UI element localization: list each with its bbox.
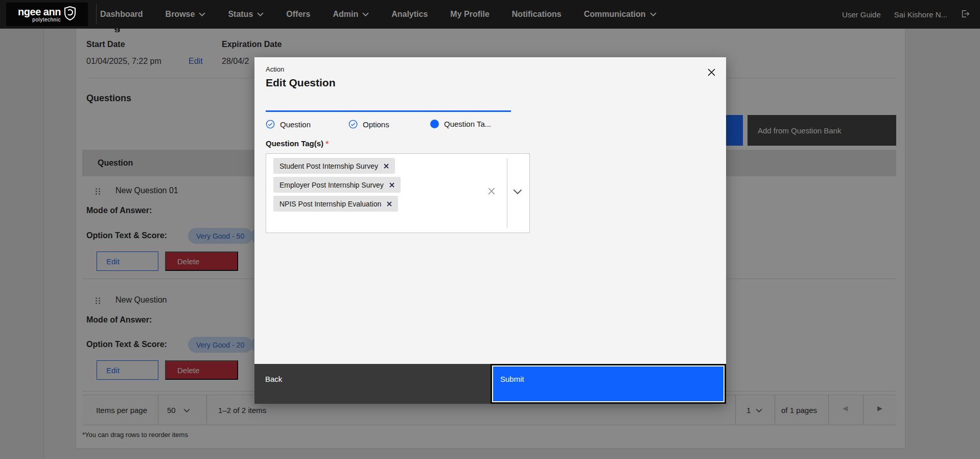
nav-item-analytics[interactable]: Analytics: [391, 10, 428, 19]
nav-item-dashboard[interactable]: Dashboard: [100, 10, 143, 19]
nav-item-admin[interactable]: Admin: [333, 10, 369, 19]
chevron-down-icon: [650, 12, 657, 16]
question-tags-multiselect[interactable]: Student Post Internship Survey Employer …: [266, 153, 530, 233]
nav-item-communication[interactable]: Communication: [584, 10, 657, 19]
screen: ngee ann polytechnic Dashboard Browse St…: [0, 0, 980, 459]
modal-eyebrow: Action: [266, 65, 284, 73]
check-circle-icon: [266, 120, 275, 129]
close-icon[interactable]: [703, 63, 720, 81]
step-options[interactable]: Options: [348, 120, 389, 129]
chevron-down-icon: [362, 12, 369, 16]
multiselect-divider: [507, 158, 507, 228]
remove-tag-icon[interactable]: [387, 201, 392, 206]
navbar-menu: Dashboard Browse Status Offers Admin Ana…: [100, 0, 657, 29]
back-button[interactable]: Back: [254, 364, 491, 404]
chevron-down-icon[interactable]: [513, 189, 522, 195]
modal-title: Edit Question: [266, 77, 336, 89]
user-guide-link[interactable]: User Guide: [842, 10, 881, 19]
step-question[interactable]: Question: [266, 120, 311, 129]
check-circle-icon: [348, 120, 358, 129]
chevron-down-icon: [199, 12, 205, 16]
edit-question-modal: Action Edit Question Question Options Qu…: [254, 57, 726, 404]
remove-tag-icon[interactable]: [384, 164, 389, 169]
tag-chip: Employer Post Internship Survey: [273, 177, 401, 193]
chevron-down-icon: [257, 12, 264, 16]
current-step-dot-icon: [430, 120, 439, 128]
required-asterisk: *: [325, 139, 329, 148]
brand-logo[interactable]: ngee ann polytechnic: [6, 3, 88, 26]
remove-tag-icon[interactable]: [389, 182, 394, 188]
top-navbar: ngee ann polytechnic Dashboard Browse St…: [0, 0, 980, 29]
nav-item-offers[interactable]: Offers: [286, 10, 310, 19]
tag-chip: Student Post Internship Survey: [273, 158, 395, 174]
logo-line1: ngee ann: [18, 7, 61, 17]
nav-item-status[interactable]: Status: [228, 10, 264, 19]
clear-selection-icon[interactable]: [486, 186, 497, 197]
logout-icon[interactable]: [961, 9, 970, 20]
username-menu[interactable]: Sai Kishore N...: [894, 10, 947, 19]
nav-item-notifications[interactable]: Notifications: [512, 10, 562, 19]
tag-chip: NPIS Post Internship Evaluation: [273, 196, 398, 212]
nav-item-browse[interactable]: Browse: [166, 10, 206, 19]
navbar-right: User Guide Sai Kishore N...: [842, 0, 970, 29]
nav-item-my-profile[interactable]: My Profile: [450, 10, 489, 19]
question-tags-label: Question Tag(s) *: [266, 139, 329, 148]
logo-line2: polytechnic: [32, 17, 61, 22]
shield-logo-icon: [64, 6, 76, 23]
step-question-tags[interactable]: Question Ta...: [430, 120, 491, 128]
wizard-progress-line: [266, 110, 511, 112]
submit-button[interactable]: Submit: [491, 364, 726, 404]
navbar-divider: [96, 4, 97, 25]
